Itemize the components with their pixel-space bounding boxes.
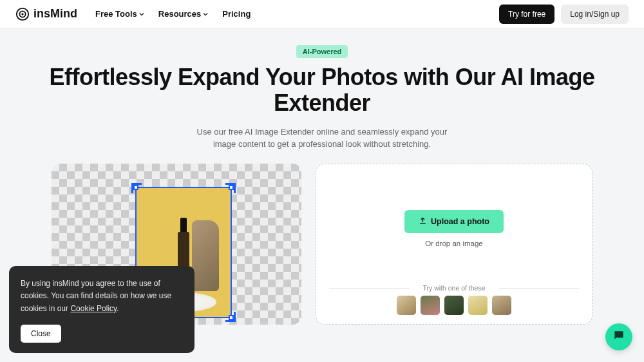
login-signup-button[interactable]: Log in/Sign up	[561, 5, 629, 24]
try-samples-label: Try with one of these	[329, 284, 579, 292]
nav-label: Pricing	[222, 9, 251, 19]
header-left: insMind Free Tools Resources Pricing	[15, 7, 251, 21]
sample-rock-icon	[192, 220, 219, 291]
svg-point-2	[21, 13, 23, 15]
ai-powered-badge: AI-Powered	[296, 45, 348, 58]
resize-handle-tl[interactable]	[133, 185, 138, 190]
drop-hint: Or drop an image	[425, 240, 483, 247]
logo-icon	[15, 7, 30, 21]
resize-handle-br[interactable]	[229, 315, 234, 320]
try-samples-section: Try with one of these	[329, 284, 579, 315]
upload-panel: Upload a photo Or drop an image Try with…	[316, 164, 592, 325]
chevron-down-icon	[203, 9, 208, 19]
sample-thumb-4[interactable]	[468, 296, 488, 315]
chevron-down-icon	[139, 9, 144, 19]
cookie-line2-suffix: .	[117, 304, 118, 313]
chat-icon	[612, 329, 625, 345]
upload-button-label: Upload a photo	[431, 217, 489, 226]
upload-photo-button[interactable]: Upload a photo	[404, 210, 504, 233]
hero-section: AI-Powered Effortlessly Expand Your Phot…	[0, 28, 644, 164]
nav-resources[interactable]: Resources	[158, 9, 208, 19]
cookie-policy-link[interactable]: Cookie Policy	[70, 304, 117, 313]
try-free-button[interactable]: Try for free	[499, 5, 554, 24]
nav-label: Free Tools	[95, 9, 137, 19]
nav-free-tools[interactable]: Free Tools	[95, 9, 144, 19]
cookie-close-button[interactable]: Close	[21, 325, 61, 343]
sample-thumb-3[interactable]	[444, 296, 464, 315]
upload-dropzone[interactable]: Upload a photo Or drop an image	[329, 173, 579, 284]
site-header: insMind Free Tools Resources Pricing Try…	[0, 0, 644, 28]
sample-bottle-icon	[178, 218, 189, 269]
header-right: Try for free Log in/Sign up	[499, 5, 629, 24]
top-nav: Free Tools Resources Pricing	[95, 9, 251, 19]
page-subtitle: Use our free AI Image Extender online an…	[193, 126, 451, 151]
cookie-banner: By using insMind you agree to the use of…	[9, 266, 194, 353]
brand-logo[interactable]: insMind	[15, 7, 77, 21]
brand-name: insMind	[33, 7, 77, 21]
page-title: Effortlessly Expand Your Photos with Our…	[13, 64, 631, 117]
sample-thumb-2[interactable]	[421, 296, 440, 315]
nav-label: Resources	[158, 9, 201, 19]
resize-handle-tr[interactable]	[229, 185, 234, 190]
cookie-text: By using insMind you agree to the use of…	[21, 278, 183, 316]
nav-pricing[interactable]: Pricing	[222, 9, 251, 19]
sample-thumbnails	[329, 296, 579, 315]
sample-thumb-1[interactable]	[397, 296, 416, 315]
upload-icon	[419, 216, 427, 227]
sample-thumb-5[interactable]	[492, 296, 511, 315]
chat-launcher[interactable]	[605, 323, 632, 350]
